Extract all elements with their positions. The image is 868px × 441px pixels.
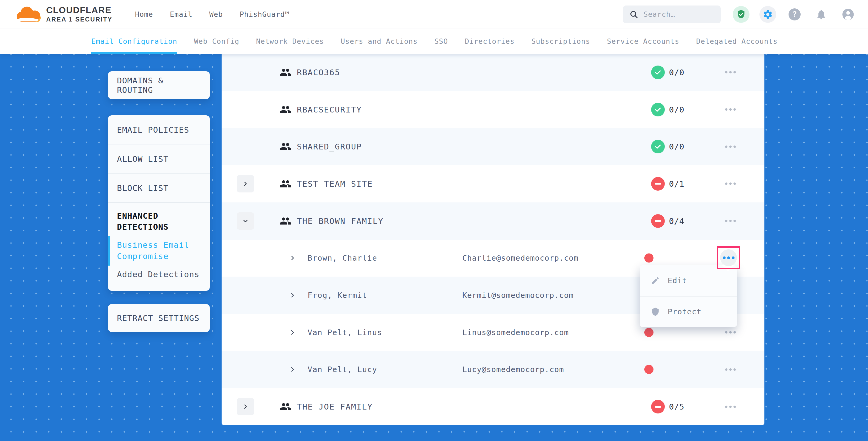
tab-network-devices[interactable]: Network Devices	[256, 29, 324, 54]
search-box[interactable]	[623, 5, 721, 23]
menu-item-label: Edit	[668, 276, 687, 285]
row-menu-button[interactable]	[722, 104, 739, 115]
status-dot	[644, 254, 653, 263]
nav-item-home[interactable]: Home	[135, 10, 153, 18]
sidebar-item-allow-list[interactable]: ALLOW LIST	[108, 145, 210, 173]
tab-users-and-actions[interactable]: Users and Actions	[341, 29, 417, 54]
member-email: Kermit@somedemocorp.com	[462, 291, 574, 300]
expander-button[interactable]	[237, 398, 254, 415]
click-highlight	[717, 246, 740, 269]
group-name: THE BROWN FAMILY	[297, 216, 384, 226]
menu-item-edit[interactable]: Edit	[640, 265, 737, 296]
group-icon	[280, 103, 291, 116]
shield-check-icon[interactable]	[733, 6, 749, 23]
table-row[interactable]: RBACO365 0/0	[222, 54, 765, 91]
brand-text: CLOUDFLARE AREA 1 SECURITY	[46, 5, 113, 23]
status-dot	[644, 365, 653, 374]
pencil-icon	[651, 276, 660, 285]
status-blocked-icon	[651, 177, 665, 191]
sidebar-item-retract-settings[interactable]: RETRACT SETTINGS	[108, 304, 210, 332]
sidebar-item-domains-routing[interactable]: DOMAINS & ROUTING	[108, 71, 210, 99]
help-glyph: ?	[788, 8, 801, 21]
member-count: 0/0	[669, 105, 684, 114]
table-row[interactable]: THE JOE FAMILY 0/5	[222, 388, 765, 425]
chevron-right-glyph-icon	[289, 366, 296, 373]
group-icon	[280, 178, 291, 190]
brand-product: AREA 1 SECURITY	[46, 16, 113, 23]
settings-gear-icon[interactable]	[760, 6, 776, 23]
group-name: TEST TEAM SITE	[297, 179, 373, 189]
member-email: Charlie@somedemocorp.com	[462, 254, 579, 262]
tab-sso[interactable]: SSO	[435, 29, 448, 54]
chevron-right-icon	[242, 181, 249, 187]
status-ok-icon	[651, 66, 665, 79]
group-name: SHARED_GROUP	[297, 142, 362, 151]
status-blocked-icon	[651, 400, 665, 413]
check-icon	[654, 143, 662, 151]
member-count: 0/4	[669, 216, 684, 226]
row-menu-button[interactable]	[722, 67, 739, 78]
row-menu-button[interactable]	[722, 141, 739, 152]
help-icon[interactable]: ?	[786, 6, 803, 23]
table-row[interactable]: RBACSECURITY 0/0	[222, 91, 765, 128]
sidebar-item-email-policies[interactable]: EMAIL POLICIES	[108, 115, 210, 144]
nav-item-phishguard[interactable]: PhishGuard™	[240, 10, 289, 18]
nav-item-web[interactable]: Web	[209, 10, 223, 18]
minus-icon	[655, 183, 661, 185]
row-menu-button[interactable]	[722, 364, 739, 375]
tab-directories[interactable]: Directories	[465, 29, 515, 54]
status-ok-icon	[651, 103, 665, 117]
status-blocked-icon	[651, 214, 665, 228]
brand-name: CLOUDFLARE	[46, 5, 113, 15]
notifications-bell-icon[interactable]	[813, 6, 830, 23]
tab-email-configuration[interactable]: Email Configuration	[91, 29, 177, 54]
chevron-right-glyph-icon	[289, 329, 296, 336]
tab-web-config[interactable]: Web Config	[194, 29, 240, 54]
chevron-right-icon	[242, 404, 249, 410]
sidebar-item-added-detections[interactable]: Added Detections	[108, 266, 210, 289]
group-name: THE JOE FAMILY	[297, 402, 373, 411]
main-nav: Home Email Web PhishGuard™	[135, 10, 289, 18]
expander-button[interactable]	[237, 212, 254, 230]
sidebar-section-enhanced-detections[interactable]: ENHANCED DETECTIONS	[108, 203, 210, 235]
sidebar-item-block-list[interactable]: BLOCK LIST	[108, 174, 210, 202]
member-email: Lucy@somedemocorp.com	[462, 365, 564, 374]
member-count: 0/5	[669, 402, 684, 411]
row-menu-button[interactable]	[722, 327, 739, 338]
shield-icon	[651, 307, 660, 316]
tab-subscriptions[interactable]: Subscriptions	[531, 29, 590, 54]
check-icon	[654, 106, 662, 114]
cloudflare-logo[interactable]: CLOUDFLARE AREA 1 SECURITY	[15, 5, 113, 23]
chevron-right-glyph-icon	[289, 255, 296, 261]
sidebar-policies-card: EMAIL POLICIES ALLOW LIST BLOCK LIST ENH…	[108, 115, 210, 291]
nav-item-email[interactable]: Email	[170, 10, 192, 18]
member-name: Van Pelt, Lucy	[308, 365, 377, 374]
expander-button[interactable]	[237, 175, 254, 192]
minus-icon	[655, 220, 661, 222]
row-menu-button-active[interactable]	[720, 249, 737, 266]
chevron-right-glyph-icon	[289, 292, 296, 298]
sidebar-item-business-email-compromise[interactable]: Business Email Compromise	[108, 235, 210, 267]
table-row[interactable]: TEST TEAM SITE 0/1	[222, 165, 765, 202]
minus-icon	[655, 406, 661, 408]
member-name: Van Pelt, Linus	[308, 328, 382, 337]
status-ok-icon	[651, 140, 665, 153]
header-icons: ?	[733, 6, 857, 23]
table-row[interactable]: Van Pelt, Lucy Lucy@somedemocorp.com	[222, 351, 765, 388]
group-icon	[280, 215, 291, 227]
group-icon	[280, 401, 291, 413]
account-icon[interactable]	[840, 6, 857, 23]
check-icon	[654, 68, 662, 76]
cloudflare-cloud-icon	[15, 6, 43, 23]
context-menu: Edit Protect	[640, 265, 737, 327]
row-menu-button[interactable]	[722, 178, 739, 189]
menu-item-protect[interactable]: Protect	[640, 296, 737, 327]
section-tabbar: Email Configuration Web Config Network D…	[0, 29, 868, 54]
tab-delegated-accounts[interactable]: Delegated Accounts	[696, 29, 778, 54]
table-row[interactable]: SHARED_GROUP 0/0	[222, 128, 765, 165]
table-row[interactable]: THE BROWN FAMILY 0/4	[222, 202, 765, 240]
tab-service-accounts[interactable]: Service Accounts	[607, 29, 679, 54]
search-input[interactable]	[644, 10, 714, 18]
row-menu-button[interactable]	[722, 216, 739, 226]
row-menu-button[interactable]	[722, 401, 739, 412]
